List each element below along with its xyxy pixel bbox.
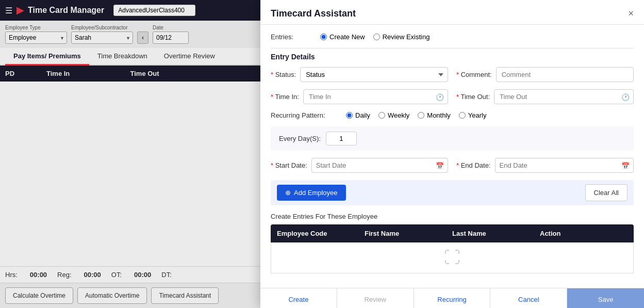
- pattern-monthly-radio[interactable]: [418, 112, 424, 119]
- time-out-label: * Time Out:: [456, 93, 490, 101]
- create-new-option[interactable]: Create New: [320, 33, 365, 41]
- pattern-weekly-label: Weekly: [388, 111, 409, 119]
- automatic-overtime-button[interactable]: Automatic Overtime: [77, 287, 147, 304]
- tab-pay-items-label: Pay Items/ Premiums: [13, 52, 81, 60]
- timecard-assistant-modal: Timecard Assistant × Entries: Create New…: [260, 0, 644, 308]
- pattern-daily[interactable]: Daily: [346, 111, 370, 119]
- pattern-yearly[interactable]: Yearly: [459, 111, 487, 119]
- hamburger-icon[interactable]: ☰: [5, 6, 12, 15]
- cancel-button[interactable]: Cancel: [490, 288, 567, 308]
- modal-footer: Create Review Recurring Cancel Save: [260, 288, 644, 308]
- plus-icon: ⊕: [285, 189, 291, 197]
- modal-title: Timecard Assistant: [271, 8, 356, 19]
- end-date-label: * End Date:: [456, 161, 491, 169]
- review-existing-label: Review Existing: [383, 33, 430, 41]
- pattern-monthly[interactable]: Monthly: [418, 111, 451, 119]
- employee-subcontractor-group: Employee/Subcontractor Sarah: [71, 25, 133, 44]
- start-date-calendar-icon[interactable]: 📅: [436, 161, 444, 169]
- bottom-stats: Hrs: 00:00 Reg: 00:00 OT: 00:00 DT:: [0, 266, 260, 283]
- pattern-yearly-label: Yearly: [468, 111, 487, 119]
- clear-all-button[interactable]: Clear All: [585, 184, 628, 201]
- end-date-calendar-icon[interactable]: 📅: [621, 161, 630, 169]
- date-label: Date: [153, 25, 189, 30]
- employee-select-wrap: Sarah: [71, 31, 133, 44]
- recurring-pattern-label: Recurring Pattern:: [271, 111, 338, 119]
- review-button[interactable]: Review: [337, 288, 414, 308]
- empty-state-icon: ⛶: [444, 248, 460, 267]
- entries-row: Entries: Create New Review Existing: [271, 33, 634, 41]
- tab-pay-items[interactable]: Pay Items/ Premiums: [5, 48, 89, 66]
- modal-close-button[interactable]: ×: [628, 8, 634, 19]
- recurring-button[interactable]: Recurring: [414, 288, 491, 308]
- add-employee-button[interactable]: ⊕ Add Employee: [277, 185, 346, 201]
- dates-row: * Start Date: 📅 * End Date: 📅: [271, 158, 634, 173]
- tab-overtime-review[interactable]: Overtime Review: [156, 48, 223, 66]
- time-in-clock-icon: 🕐: [436, 93, 444, 101]
- user-select[interactable]: AdvancedUserClass400: [113, 5, 195, 16]
- col-pd: PD: [5, 70, 46, 77]
- every-days-label: Every Day(S):: [279, 135, 321, 142]
- tab-time-breakdown-label: Time Breakdown: [97, 52, 147, 60]
- review-existing-option[interactable]: Review Existing: [373, 33, 430, 41]
- hrs-label: Hrs:: [5, 271, 18, 279]
- time-in-input[interactable]: [303, 89, 448, 104]
- pattern-yearly-radio[interactable]: [459, 112, 466, 119]
- status-comment-row: * Status: Status * Comment:: [271, 67, 634, 82]
- col-time-in: Time In: [46, 70, 130, 77]
- status-select-wrap: Status: [300, 67, 448, 82]
- nav-prev-button[interactable]: ‹: [137, 31, 148, 44]
- ot-value: 00:00: [134, 271, 151, 279]
- employee-type-select[interactable]: Employee: [5, 31, 67, 44]
- add-employee-label: Add Employee: [294, 189, 338, 197]
- pattern-monthly-label: Monthly: [427, 111, 451, 119]
- employee-subcontractor-label: Employee/Subcontractor: [71, 25, 133, 30]
- pattern-daily-radio[interactable]: [346, 112, 353, 119]
- filters-row: Employee Type Employee Employee/Subcontr…: [0, 21, 260, 48]
- tab-time-breakdown[interactable]: Time Breakdown: [89, 48, 156, 66]
- start-date-input[interactable]: [311, 158, 448, 173]
- calculate-overtime-button[interactable]: Calculate Overtime: [5, 287, 73, 304]
- end-date-input-wrap: 📅: [495, 158, 634, 173]
- time-in-input-wrap: 🕐: [303, 89, 448, 104]
- start-date-group: * Start Date: 📅: [271, 158, 448, 173]
- end-date-group: * End Date: 📅: [456, 158, 634, 173]
- save-button[interactable]: Save: [567, 288, 644, 308]
- pattern-weekly[interactable]: Weekly: [378, 111, 409, 119]
- timecard-assistant-button[interactable]: Timecard Assistant: [151, 287, 219, 304]
- ot-label: OT:: [111, 271, 122, 279]
- table-body: [0, 82, 260, 266]
- start-date-input-wrap: 📅: [311, 158, 448, 173]
- col-first-name: First Name: [365, 230, 452, 237]
- comment-input[interactable]: [496, 67, 634, 82]
- date-input[interactable]: [153, 31, 189, 44]
- employee-type-select-wrap: Employee: [5, 31, 67, 44]
- employees-section: Create Entries For These Employee Employ…: [271, 213, 634, 273]
- comment-group: * Comment:: [456, 67, 634, 82]
- time-out-group: * Time Out: 🕐: [456, 89, 634, 104]
- tabs-row: Pay Items/ Premiums Time Breakdown Overt…: [0, 48, 260, 66]
- arrow-icon: ▶: [16, 5, 24, 16]
- end-date-input[interactable]: [495, 158, 634, 173]
- modal-header: Timecard Assistant ×: [260, 0, 644, 25]
- end-date-star: *: [456, 161, 461, 169]
- employees-table-header: Employee Code First Name Last Name Actio…: [271, 224, 634, 242]
- every-days-input[interactable]: [326, 132, 357, 145]
- start-date-label: * Start Date:: [271, 161, 307, 169]
- create-button[interactable]: Create: [260, 288, 337, 308]
- col-action: Action: [540, 230, 628, 237]
- create-new-radio[interactable]: [320, 34, 327, 40]
- time-in-label: * Time In:: [271, 93, 299, 101]
- review-existing-radio[interactable]: [373, 34, 380, 40]
- status-select[interactable]: Status: [300, 67, 448, 82]
- employee-select[interactable]: Sarah: [71, 31, 133, 44]
- status-required-star: *: [271, 71, 275, 78]
- start-date-star: *: [271, 161, 275, 169]
- modal-body: Entries: Create New Review Existing Entr…: [260, 25, 644, 288]
- time-out-input[interactable]: [494, 89, 634, 104]
- left-panel: ☰ ▶ Time Card Manager AdvancedUserClass4…: [0, 0, 260, 308]
- time-out-clock-icon: 🕐: [621, 93, 630, 101]
- pattern-weekly-radio[interactable]: [378, 112, 385, 119]
- pattern-daily-label: Daily: [355, 111, 370, 119]
- pattern-radio-group: Daily Weekly Monthly Yearly: [346, 111, 486, 119]
- divider-1: [271, 48, 634, 48]
